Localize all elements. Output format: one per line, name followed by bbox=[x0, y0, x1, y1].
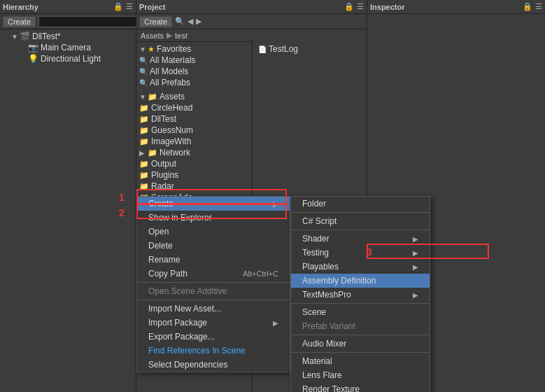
ctx-open-scene: Open Scene Additive bbox=[137, 284, 290, 298]
scene-label: DllTest* bbox=[32, 31, 61, 41]
ctx-find-refs[interactable]: Find References In Scene bbox=[137, 344, 290, 358]
sub-prefab-variant: Prefab Variant bbox=[291, 319, 430, 333]
camera-icon: 📷 bbox=[28, 43, 38, 52]
sub-sep2 bbox=[291, 303, 430, 304]
breadcrumb-test[interactable]: test bbox=[175, 31, 187, 40]
hierarchy-create-button[interactable]: Create bbox=[3, 16, 36, 27]
sub-playables-label: Playables bbox=[302, 262, 339, 272]
lock-icon[interactable]: 🔒 bbox=[113, 2, 123, 11]
ctx-export-package[interactable]: Export Package... bbox=[137, 330, 290, 344]
sub-playables[interactable]: Playables ▶ bbox=[291, 260, 430, 274]
hierarchy-title: Hierarchy bbox=[3, 3, 38, 11]
sub-scene-label: Scene bbox=[302, 307, 326, 317]
directional-light-item[interactable]: 💡 Directional Light bbox=[0, 53, 136, 64]
ctx-shortcut: Alt+Ctrl+C bbox=[243, 270, 278, 278]
folder8-icon: 📁 bbox=[139, 182, 149, 191]
ctx-show-explorer[interactable]: Show in Explorer bbox=[137, 211, 290, 225]
ctx-create-item[interactable]: Create ▶ bbox=[137, 197, 290, 211]
ctx-find-refs-label: Find References In Scene bbox=[148, 346, 246, 356]
sub-tmp-arrow-icon: ▶ bbox=[413, 291, 418, 299]
ctx-rename[interactable]: Rename bbox=[137, 253, 290, 267]
project-lock-icon[interactable]: 🔒 bbox=[344, 2, 354, 11]
project-icons: 🔒 ☰ bbox=[344, 2, 364, 11]
assets-arrow-icon: ▼ bbox=[139, 93, 148, 101]
hierarchy-tree: ▼ 🎬 DllTest* 📷 Main Camera 💡 Directional… bbox=[0, 29, 136, 392]
project-nav-icon[interactable]: ◀ bbox=[187, 17, 193, 26]
inspector-menu-icon[interactable]: ☰ bbox=[535, 2, 542, 11]
favorites-label: Favorites bbox=[157, 44, 191, 54]
guessnum-label: GuessNum bbox=[151, 125, 193, 135]
folder6-icon: 📁 bbox=[139, 160, 149, 169]
inspector-icons: 🔒 ☰ bbox=[523, 2, 542, 11]
ctx-sep1 bbox=[137, 282, 290, 283]
ctx-create-label: Create bbox=[148, 199, 174, 209]
circlehead-label: CircleHead bbox=[151, 103, 192, 113]
folder4-icon: 📁 bbox=[139, 137, 149, 146]
testlog-item[interactable]: 📄 TestLog bbox=[255, 43, 364, 55]
search-sm-icon: 🔍 bbox=[139, 57, 148, 64]
project-toolbar: Create 🔍 ◀ ▶ bbox=[136, 14, 367, 29]
sub-material[interactable]: Material bbox=[291, 354, 430, 368]
ctx-import-package[interactable]: Import Package ▶ bbox=[137, 316, 290, 330]
breadcrumb-sep: ▶ bbox=[167, 31, 172, 40]
hierarchy-header: Hierarchy 🔒 ☰ bbox=[0, 0, 136, 14]
project-menu-icon[interactable]: ☰ bbox=[357, 2, 364, 11]
ctx-sep2 bbox=[137, 300, 290, 300]
sub-folder[interactable]: Folder bbox=[291, 197, 430, 211]
all-prefabs-label: All Prefabs bbox=[150, 78, 190, 88]
sub-assembly-def-label: Assembly Definition bbox=[302, 276, 376, 286]
sub-sep1 bbox=[291, 230, 430, 230]
sub-audio-mixer[interactable]: Audio Mixer bbox=[291, 337, 430, 351]
sub-assembly-def[interactable]: Assembly Definition bbox=[291, 274, 430, 288]
ctx-show-explorer-label: Show in Explorer bbox=[148, 213, 212, 223]
sub-csharp[interactable]: C# Script bbox=[291, 214, 430, 228]
sub-shader[interactable]: Shader ▶ bbox=[291, 232, 430, 246]
file-icon: 📄 bbox=[258, 46, 267, 53]
inspector-lock-icon[interactable]: 🔒 bbox=[523, 2, 532, 11]
camera-label: Main Camera bbox=[41, 43, 91, 52]
context-menu: Create ▶ Show in Explorer Open Delete Re… bbox=[136, 196, 290, 372]
output-label: Output bbox=[151, 159, 176, 169]
project-search-icon[interactable]: 🔍 bbox=[175, 17, 185, 26]
step1-label: 1 bbox=[119, 192, 125, 203]
sub-testing[interactable]: Testing ▶ bbox=[291, 246, 430, 260]
network-arrow-icon: ▶ bbox=[139, 149, 148, 157]
ctx-open[interactable]: Open bbox=[137, 225, 290, 239]
ctx-create-arrow-icon: ▶ bbox=[273, 200, 278, 208]
radar-label: Radar bbox=[151, 181, 174, 191]
sub-testing-arrow-icon: ▶ bbox=[413, 249, 418, 257]
project-nav2-icon[interactable]: ▶ bbox=[196, 17, 201, 26]
plugins-label: Plugins bbox=[151, 170, 178, 180]
hierarchy-toolbar: Create bbox=[0, 14, 136, 29]
sub-scene[interactable]: Scene bbox=[291, 305, 430, 319]
ctx-delete[interactable]: Delete bbox=[137, 239, 290, 253]
sub-textmeshpro-label: TextMeshPro bbox=[302, 290, 351, 300]
project-title: Project bbox=[139, 3, 165, 11]
scene-icon: 🎬 bbox=[20, 31, 30, 41]
ctx-rename-label: Rename bbox=[148, 255, 180, 265]
sub-textmeshpro[interactable]: TextMeshPro ▶ bbox=[291, 288, 430, 302]
fav-arrow-icon: ▼ bbox=[139, 46, 148, 53]
project-create-button[interactable]: Create bbox=[139, 16, 172, 27]
sub-material-label: Material bbox=[302, 356, 332, 366]
all-materials-label: All Materials bbox=[150, 55, 195, 65]
menu-icon[interactable]: ☰ bbox=[126, 2, 133, 11]
sub-lens-flare[interactable]: Lens Flare bbox=[291, 368, 430, 382]
sub-csharp-label: C# Script bbox=[302, 216, 337, 226]
breadcrumb-assets[interactable]: Assets bbox=[141, 31, 164, 40]
main-camera-item[interactable]: 📷 Main Camera bbox=[0, 42, 136, 53]
ctx-import-package-label: Import Package bbox=[148, 318, 207, 328]
star-icon: ★ bbox=[148, 45, 155, 54]
network-label: Network bbox=[160, 148, 190, 158]
all-models-label: All Models bbox=[150, 66, 188, 76]
hierarchy-search-input[interactable] bbox=[38, 16, 142, 27]
ctx-import-asset[interactable]: Import New Asset... bbox=[137, 302, 290, 316]
sub-render-texture[interactable]: Render Texture bbox=[291, 382, 430, 392]
scene-item[interactable]: ▼ 🎬 DllTest* bbox=[0, 31, 136, 42]
assets-folder-icon: 📁 bbox=[148, 92, 157, 102]
ctx-copy-path[interactable]: Copy Path Alt+Ctrl+C bbox=[137, 267, 290, 281]
sub-folder-label: Folder bbox=[302, 199, 326, 209]
ctx-select-deps[interactable]: Select Dependencies bbox=[137, 358, 290, 372]
sub-sep4 bbox=[291, 352, 430, 353]
inspector-title: Inspector bbox=[370, 3, 405, 11]
